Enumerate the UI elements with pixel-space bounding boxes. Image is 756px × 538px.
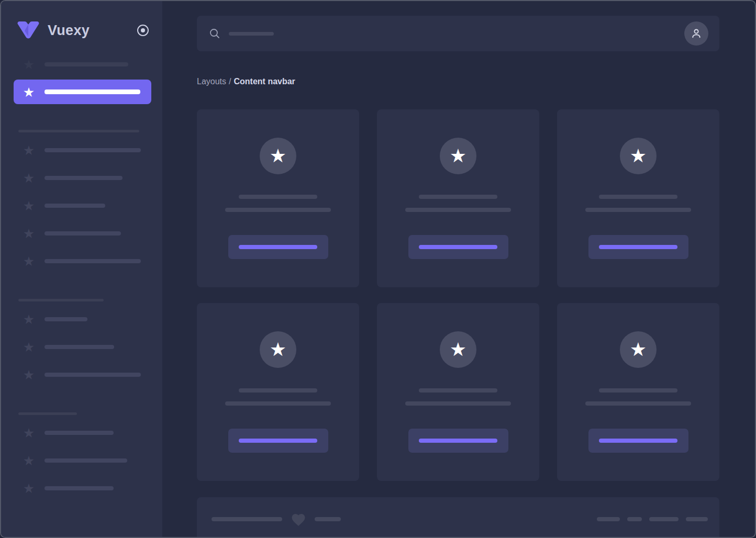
feature-card: ★ — [557, 303, 719, 481]
search-navbar — [197, 16, 719, 51]
placeholder-bar — [212, 517, 282, 521]
sidebar-item[interactable]: ★ — [1, 164, 162, 192]
sidebar-item[interactable]: ★ — [1, 305, 162, 333]
button-label-bar — [599, 439, 677, 443]
breadcrumb: Layouts/Content navbar — [197, 76, 719, 87]
placeholder-bar — [419, 388, 497, 393]
placeholder-bar — [45, 431, 114, 435]
sidebar-item[interactable]: ★ — [1, 446, 162, 474]
placeholder-bar — [45, 317, 87, 321]
search-placeholder-bar[interactable] — [229, 32, 274, 36]
sidebar-section: ★★★ — [1, 299, 162, 388]
search-icon[interactable] — [209, 28, 220, 39]
brand: Vuexy — [1, 18, 162, 43]
footer-right-bars — [597, 517, 708, 521]
sidebar-item[interactable]: ★ — [1, 474, 162, 502]
star-icon: ★ — [22, 454, 36, 467]
star-icon: ★ — [630, 340, 647, 359]
placeholder-bar — [45, 62, 128, 66]
placeholder-bar — [405, 208, 511, 212]
active-item-pill[interactable]: ★ — [14, 80, 151, 104]
star-icon: ★ — [22, 427, 36, 439]
breadcrumb-link-layouts[interactable]: Layouts — [197, 77, 226, 86]
placeholder-bar — [45, 345, 114, 349]
star-badge: ★ — [620, 138, 657, 174]
sidebar-item[interactable]: ★ — [1, 333, 162, 361]
brand-name: Vuexy — [48, 23, 90, 39]
breadcrumb-current: Content navbar — [234, 77, 295, 86]
sidebar-nav: ★★★★★★★★★★★★★ — [1, 50, 162, 502]
star-icon: ★ — [22, 199, 36, 212]
placeholder-bar — [315, 517, 341, 521]
placeholder-bar — [225, 401, 331, 406]
star-icon: ★ — [270, 147, 286, 165]
sidebar-section-items: ★★★ — [1, 419, 162, 502]
button-label-bar — [239, 439, 317, 443]
star-icon: ★ — [22, 482, 36, 495]
placeholder-bar — [599, 195, 677, 199]
sidebar-item[interactable]: ★ — [1, 361, 162, 388]
placeholder-bar — [597, 517, 620, 521]
placeholder-bar — [45, 486, 114, 490]
placeholder-bar — [405, 401, 511, 406]
star-icon: ★ — [270, 340, 286, 359]
sidebar-section-items: ★★★★★ — [1, 136, 162, 275]
footer-card — [197, 497, 719, 538]
nav-pin-toggle-icon[interactable] — [137, 25, 149, 36]
sidebar: Vuexy ★★★★★★★★★★★★★ — [1, 1, 162, 537]
sidebar-section-items: ★★★ — [1, 305, 162, 388]
cards-grid: ★★★★★★ — [197, 109, 719, 481]
star-icon: ★ — [630, 147, 647, 165]
card-button[interactable] — [228, 235, 328, 259]
breadcrumb-separator: / — [229, 77, 231, 86]
placeholder-bar — [45, 204, 105, 208]
sidebar-item-active[interactable]: ★ — [1, 78, 162, 106]
button-label-bar — [419, 439, 497, 443]
sidebar-item[interactable]: ★ — [1, 419, 162, 446]
section-header-bar — [18, 412, 77, 415]
sidebar-item[interactable]: ★ — [1, 50, 162, 78]
placeholder-bar — [45, 148, 141, 152]
sidebar-section: ★★★ — [1, 412, 162, 502]
user-avatar-button[interactable] — [684, 21, 708, 46]
placeholder-bar — [585, 401, 691, 406]
feature-card: ★ — [557, 109, 719, 287]
sidebar-item[interactable]: ★ — [1, 192, 162, 219]
person-icon — [690, 27, 703, 40]
placeholder-bar — [627, 517, 642, 521]
star-badge: ★ — [440, 138, 476, 174]
placeholder-bar — [45, 259, 141, 263]
footer-card-row — [197, 497, 719, 527]
star-icon: ★ — [22, 341, 36, 353]
star-badge: ★ — [620, 331, 657, 368]
card-button[interactable] — [408, 429, 508, 453]
button-label-bar — [239, 245, 317, 249]
star-icon: ★ — [22, 255, 36, 267]
star-icon: ★ — [450, 340, 466, 359]
card-button[interactable] — [588, 235, 688, 259]
placeholder-bar — [599, 388, 677, 393]
card-button[interactable] — [588, 429, 688, 453]
button-label-bar — [599, 245, 677, 249]
placeholder-bar — [45, 176, 123, 180]
star-badge: ★ — [260, 138, 296, 174]
placeholder-bar — [239, 195, 317, 199]
star-icon: ★ — [22, 172, 36, 184]
card-button[interactable] — [408, 235, 508, 259]
star-icon: ★ — [450, 147, 466, 165]
section-header-bar — [18, 130, 139, 132]
card-button[interactable] — [228, 429, 328, 453]
sidebar-item[interactable]: ★ — [1, 136, 162, 164]
placeholder-bar — [45, 458, 127, 463]
button-label-bar — [419, 245, 497, 249]
sidebar-section: ★★★★★ — [1, 130, 162, 275]
heart-icon[interactable] — [291, 511, 306, 527]
placeholder-bar — [585, 208, 691, 212]
sidebar-item[interactable]: ★ — [1, 247, 162, 275]
star-icon: ★ — [22, 86, 36, 98]
feature-card: ★ — [377, 303, 539, 481]
sidebar-item[interactable]: ★ — [1, 219, 162, 247]
star-icon: ★ — [22, 144, 36, 156]
star-badge: ★ — [260, 331, 296, 368]
star-badge: ★ — [440, 331, 476, 368]
